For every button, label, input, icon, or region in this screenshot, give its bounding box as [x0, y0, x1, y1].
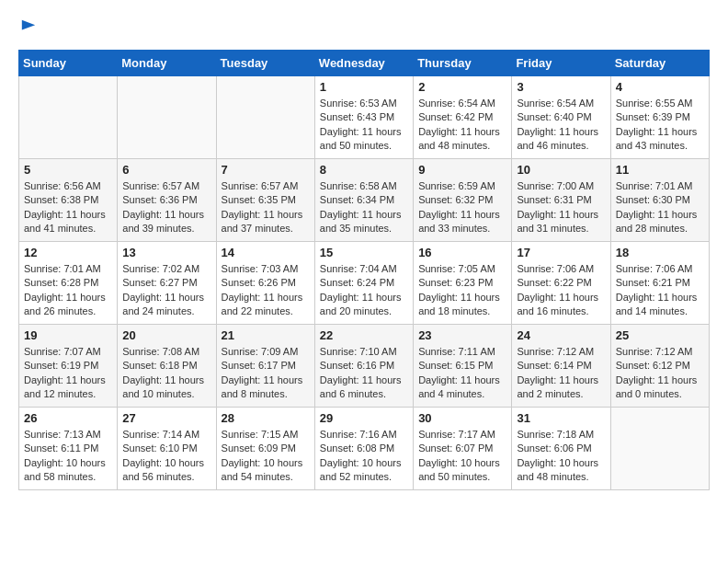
calendar-cell: 28Sunrise: 7:15 AM Sunset: 6:09 PM Dayli…	[216, 408, 314, 490]
cell-content: Sunrise: 6:54 AM Sunset: 6:42 PM Dayligh…	[418, 97, 506, 154]
calendar-cell: 3Sunrise: 6:54 AM Sunset: 6:40 PM Daylig…	[512, 76, 610, 159]
cell-content: Sunrise: 7:18 AM Sunset: 6:06 PM Dayligh…	[517, 428, 605, 485]
calendar-cell: 16Sunrise: 7:05 AM Sunset: 6:23 PM Dayli…	[414, 242, 512, 325]
calendar-cell: 21Sunrise: 7:09 AM Sunset: 6:17 PM Dayli…	[216, 325, 314, 408]
cell-content: Sunrise: 6:59 AM Sunset: 6:32 PM Dayligh…	[418, 179, 506, 236]
calendar-cell: 23Sunrise: 7:11 AM Sunset: 6:15 PM Dayli…	[414, 325, 512, 408]
day-number: 17	[517, 246, 605, 259]
day-number: 18	[616, 246, 704, 259]
page-header	[18, 18, 710, 35]
day-number: 29	[320, 411, 408, 425]
cell-content: Sunrise: 6:56 AM Sunset: 6:38 PM Dayligh…	[24, 179, 112, 236]
cell-content: Sunrise: 7:09 AM Sunset: 6:17 PM Dayligh…	[222, 345, 310, 402]
day-number: 30	[418, 411, 506, 425]
cell-content: Sunrise: 7:03 AM Sunset: 6:26 PM Dayligh…	[222, 262, 310, 319]
cell-content: Sunrise: 7:02 AM Sunset: 6:27 PM Dayligh…	[122, 262, 210, 319]
calendar-cell	[216, 76, 314, 159]
calendar-cell: 5Sunrise: 6:56 AM Sunset: 6:38 PM Daylig…	[19, 159, 118, 242]
cell-content: Sunrise: 7:14 AM Sunset: 6:10 PM Dayligh…	[122, 428, 210, 485]
calendar-cell: 31Sunrise: 7:18 AM Sunset: 6:06 PM Dayli…	[512, 408, 610, 490]
cell-content: Sunrise: 7:11 AM Sunset: 6:15 PM Dayligh…	[418, 345, 506, 402]
calendar-cell	[610, 408, 709, 490]
cell-content: Sunrise: 7:15 AM Sunset: 6:09 PM Dayligh…	[222, 428, 310, 485]
col-header-wednesday: Wednesday	[314, 51, 413, 76]
calendar-cell: 29Sunrise: 7:16 AM Sunset: 6:08 PM Dayli…	[314, 408, 413, 490]
day-number: 16	[418, 246, 506, 259]
cell-content: Sunrise: 7:06 AM Sunset: 6:21 PM Dayligh…	[616, 262, 704, 319]
calendar-cell	[118, 76, 216, 159]
day-number: 19	[24, 328, 112, 342]
day-number: 3	[517, 80, 605, 94]
day-number: 10	[517, 163, 605, 177]
calendar-cell: 22Sunrise: 7:10 AM Sunset: 6:16 PM Dayli…	[314, 325, 413, 408]
calendar-cell: 13Sunrise: 7:02 AM Sunset: 6:27 PM Dayli…	[118, 242, 216, 325]
calendar-cell: 30Sunrise: 7:17 AM Sunset: 6:07 PM Dayli…	[414, 408, 512, 490]
day-number: 27	[122, 411, 210, 425]
cell-content: Sunrise: 6:57 AM Sunset: 6:36 PM Dayligh…	[122, 179, 210, 236]
cell-content: Sunrise: 7:17 AM Sunset: 6:07 PM Dayligh…	[418, 428, 506, 485]
day-number: 21	[222, 328, 310, 342]
day-number: 11	[616, 163, 704, 177]
day-number: 22	[320, 328, 408, 342]
day-number: 4	[616, 80, 704, 94]
col-header-sunday: Sunday	[19, 51, 118, 76]
calendar-cell: 8Sunrise: 6:58 AM Sunset: 6:34 PM Daylig…	[314, 159, 413, 242]
calendar-cell: 4Sunrise: 6:55 AM Sunset: 6:39 PM Daylig…	[610, 76, 709, 159]
day-number: 20	[122, 328, 210, 342]
day-number: 31	[517, 411, 605, 425]
calendar-cell: 25Sunrise: 7:12 AM Sunset: 6:12 PM Dayli…	[610, 325, 709, 408]
cell-content: Sunrise: 6:57 AM Sunset: 6:35 PM Dayligh…	[222, 179, 310, 236]
col-header-tuesday: Tuesday	[216, 51, 314, 76]
col-header-monday: Monday	[118, 51, 216, 76]
cell-content: Sunrise: 7:08 AM Sunset: 6:18 PM Dayligh…	[122, 345, 210, 402]
calendar-cell	[19, 76, 118, 159]
calendar-cell: 12Sunrise: 7:01 AM Sunset: 6:28 PM Dayli…	[19, 242, 118, 325]
col-header-friday: Friday	[512, 51, 610, 76]
calendar-cell: 9Sunrise: 6:59 AM Sunset: 6:32 PM Daylig…	[414, 159, 512, 242]
day-number: 12	[24, 246, 112, 259]
cell-content: Sunrise: 7:05 AM Sunset: 6:23 PM Dayligh…	[418, 262, 506, 319]
cell-content: Sunrise: 7:00 AM Sunset: 6:31 PM Dayligh…	[517, 179, 605, 236]
calendar-cell: 11Sunrise: 7:01 AM Sunset: 6:30 PM Dayli…	[610, 159, 709, 242]
cell-content: Sunrise: 7:10 AM Sunset: 6:16 PM Dayligh…	[320, 345, 408, 402]
calendar-cell: 17Sunrise: 7:06 AM Sunset: 6:22 PM Dayli…	[512, 242, 610, 325]
calendar-cell: 6Sunrise: 6:57 AM Sunset: 6:36 PM Daylig…	[118, 159, 216, 242]
cell-content: Sunrise: 7:01 AM Sunset: 6:30 PM Dayligh…	[616, 179, 704, 236]
cell-content: Sunrise: 6:54 AM Sunset: 6:40 PM Dayligh…	[517, 97, 605, 154]
logo-flag-icon	[20, 18, 37, 35]
calendar-cell: 2Sunrise: 6:54 AM Sunset: 6:42 PM Daylig…	[414, 76, 512, 159]
day-number: 9	[418, 163, 506, 177]
calendar-cell: 15Sunrise: 7:04 AM Sunset: 6:24 PM Dayli…	[314, 242, 413, 325]
cell-content: Sunrise: 6:58 AM Sunset: 6:34 PM Dayligh…	[320, 179, 408, 236]
svg-marker-0	[22, 20, 35, 30]
logo	[18, 18, 37, 35]
cell-content: Sunrise: 7:04 AM Sunset: 6:24 PM Dayligh…	[320, 262, 408, 319]
day-number: 14	[222, 246, 310, 259]
cell-content: Sunrise: 7:13 AM Sunset: 6:11 PM Dayligh…	[24, 428, 112, 485]
calendar-cell: 10Sunrise: 7:00 AM Sunset: 6:31 PM Dayli…	[512, 159, 610, 242]
cell-content: Sunrise: 7:06 AM Sunset: 6:22 PM Dayligh…	[517, 262, 605, 319]
calendar-table: SundayMondayTuesdayWednesdayThursdayFrid…	[18, 50, 710, 490]
calendar-cell: 24Sunrise: 7:12 AM Sunset: 6:14 PM Dayli…	[512, 325, 610, 408]
cell-content: Sunrise: 7:16 AM Sunset: 6:08 PM Dayligh…	[320, 428, 408, 485]
calendar-cell: 18Sunrise: 7:06 AM Sunset: 6:21 PM Dayli…	[610, 242, 709, 325]
calendar-cell: 1Sunrise: 6:53 AM Sunset: 6:43 PM Daylig…	[314, 76, 413, 159]
calendar-cell: 14Sunrise: 7:03 AM Sunset: 6:26 PM Dayli…	[216, 242, 314, 325]
cell-content: Sunrise: 6:53 AM Sunset: 6:43 PM Dayligh…	[320, 97, 408, 154]
day-number: 6	[122, 163, 210, 177]
day-number: 28	[222, 411, 310, 425]
day-number: 5	[24, 163, 112, 177]
day-number: 7	[222, 163, 310, 177]
cell-content: Sunrise: 7:07 AM Sunset: 6:19 PM Dayligh…	[24, 345, 112, 402]
day-number: 23	[418, 328, 506, 342]
day-number: 25	[616, 328, 704, 342]
day-number: 1	[320, 80, 408, 94]
day-number: 15	[320, 246, 408, 259]
cell-content: Sunrise: 7:12 AM Sunset: 6:14 PM Dayligh…	[517, 345, 605, 402]
calendar-cell: 19Sunrise: 7:07 AM Sunset: 6:19 PM Dayli…	[19, 325, 118, 408]
day-number: 2	[418, 80, 506, 94]
cell-content: Sunrise: 6:55 AM Sunset: 6:39 PM Dayligh…	[616, 97, 704, 154]
day-number: 24	[517, 328, 605, 342]
calendar-cell: 26Sunrise: 7:13 AM Sunset: 6:11 PM Dayli…	[19, 408, 118, 490]
day-number: 26	[24, 411, 112, 425]
